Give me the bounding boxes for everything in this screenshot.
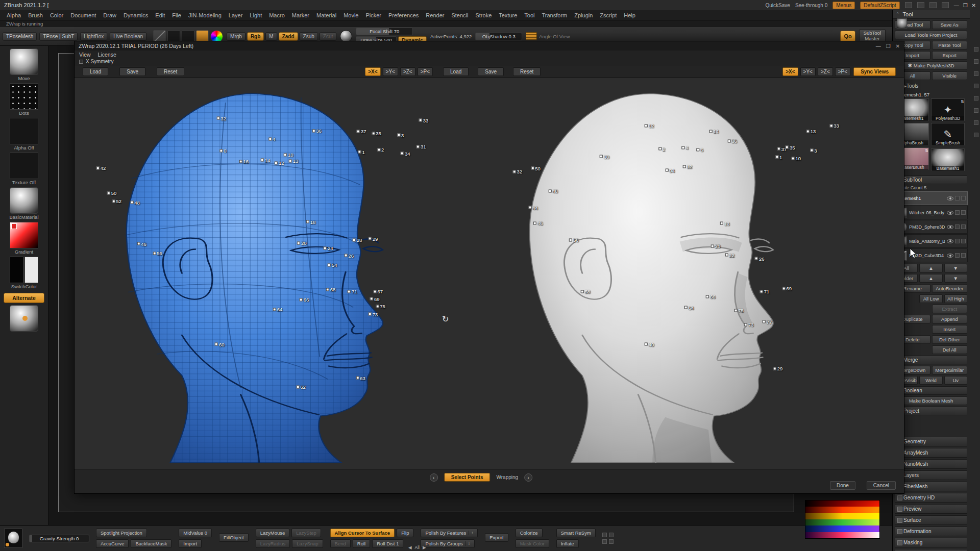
landmark-target-69[interactable]: 69 [782,286,792,291]
menu-movie[interactable]: Movie [340,11,362,19]
export-button[interactable]: Export [485,533,508,542]
mode-m-button[interactable]: M [265,32,277,41]
titlebar-icon[interactable] [917,2,924,8]
visibility-eye-icon[interactable] [947,254,953,258]
paint-toggle-icon[interactable] [955,210,960,215]
sculpt-toggle-icon[interactable] [961,224,966,229]
landmark-target-30[interactable]: 30 [600,154,609,159]
all-low-button[interactable]: All Low [919,294,942,303]
dock-icon[interactable] [974,71,978,76]
flip-button[interactable]: Flip [397,529,413,537]
menus-toggle-button[interactable]: Menus [832,2,855,9]
menu-tool[interactable]: Tool [521,11,538,19]
paint-toggle-icon[interactable] [955,196,960,201]
landmark-source-26[interactable]: 26 [345,253,354,258]
stepper-arrows-icon[interactable]: ↕ [469,531,473,535]
landmark-source-50[interactable]: 50 [107,190,117,196]
mode-zsub-button[interactable]: Zsub [300,32,318,41]
close-icon[interactable]: ✕ [972,3,976,8]
menu-help[interactable]: Help [620,11,639,19]
x-symmetry-toggle[interactable]: X Symmetry [75,58,904,65]
menu-dynamics[interactable]: Dynamics [120,11,152,19]
axis-z-button[interactable]: >Z< [400,67,415,76]
append-button[interactable]: Append [932,315,968,323]
gradient-band[interactable] [805,513,879,519]
roll-dist-1-button[interactable]: Roll Dist 1 [372,539,403,548]
landmark-target-12[interactable]: 12 [683,164,693,169]
angle-of-view-widget[interactable]: Angle Of View [526,32,570,40]
section-geometry-hd[interactable]: Geometry HD [895,493,967,503]
menu-stencil[interactable]: Stencil [448,11,472,19]
dock-icon[interactable] [974,120,978,125]
landmark-source-62[interactable]: 62 [296,384,306,390]
menu-jin-modeling[interactable]: JIN-Modeling [185,11,225,19]
landmark-target-20[interactable]: 20 [711,243,721,249]
zwrap-close-icon[interactable]: ✕ [896,43,900,49]
subtool-witcher-06-body[interactable]: Witcher-06_Body [895,206,968,219]
landmark-target-32[interactable]: 32 [512,169,522,174]
landmark-target-35[interactable]: 35 [786,144,795,150]
section-deformation[interactable]: Deformation [895,527,967,536]
landmark-source-4[interactable]: 4 [268,136,275,142]
basicmaterial-thumbnail[interactable] [10,187,38,214]
landmark-target-50[interactable]: 50 [531,165,541,171]
landmark-target-2[interactable]: 2 [658,146,665,152]
brush-preview-thumbnail[interactable] [4,529,22,548]
landmark-target-1[interactable]: 1 [775,154,782,160]
subtool-pm3d-cube3d4[interactable]: PM3D_Cube3D4 [895,248,968,262]
zwrap-titlebar[interactable]: ZWrap 2020.12.1 TRIAL PERIOD (26 Days Le… [75,41,904,51]
spotlight-projection-button[interactable]: Spotlight Projection [96,529,147,537]
lazysnap-button[interactable]: LazySnap [292,539,323,548]
mask-color-button[interactable]: Mask Color [516,539,549,548]
live-boolean-button[interactable]: Live Boolean [110,32,146,41]
uv-button[interactable]: Uv [944,376,967,385]
landmark-source-31[interactable]: 31 [416,144,426,149]
landmark-target-40[interactable]: 40 [645,341,654,347]
landmark-source-67[interactable]: 67 [373,289,383,294]
landmark-target-22[interactable]: 22 [725,252,734,258]
landmark-target-13[interactable]: 13 [806,129,816,134]
stepper-icon[interactable] [609,533,614,537]
subtool-basemesh1[interactable]: Basemesh1 [895,191,968,205]
landmark-target-48[interactable]: 48 [548,188,558,194]
landmark-target-13[interactable]: 13 [720,220,730,226]
paint-toggle-icon[interactable] [955,224,960,229]
midvalue-0-button[interactable]: MidValue 0 [179,529,212,537]
prev-step-button[interactable]: ‹ [430,473,438,482]
landmark-source-36[interactable]: 36 [312,128,322,134]
sync-views-button[interactable]: Sync Views [853,67,896,76]
landmark-source-68[interactable]: 68 [326,287,336,292]
import-button[interactable]: Import [179,539,202,548]
landmark-source-73[interactable]: 73 [369,311,378,317]
menu-transform[interactable]: Transform [538,11,571,19]
landmark-source-2[interactable]: 2 [377,147,384,153]
titlebar-icon[interactable] [929,2,937,8]
tool-thumb-basemesh1[interactable]: Basemesh1 [931,148,965,171]
mergesimilar-button[interactable]: MergeSimilar [932,366,968,374]
landmark-source-42[interactable]: 42 [96,165,106,171]
menu-stroke[interactable]: Stroke [472,11,495,19]
merge-section-header[interactable]: Merge [895,356,967,364]
spectrum-gradient-palette[interactable] [805,500,880,539]
focal-shift-slider[interactable]: Focal Shift 70 [356,28,413,35]
landmark-source-54[interactable]: 54 [328,262,337,268]
landmark-source-16[interactable]: 16 [239,159,249,164]
mode-mrgb-button[interactable]: Mrgb [227,32,246,41]
landmark-source-35[interactable]: 35 [372,131,381,136]
make-polymesh3d-button[interactable]: ✱ Make PolyMesh3D [895,61,967,70]
dock-icon[interactable] [974,84,978,88]
scroll-right-icon[interactable]: ▶ [423,545,426,550]
zwrap-minimize-icon[interactable]: — [876,43,881,49]
stepper-icon[interactable] [609,539,614,544]
landmark-source-13[interactable]: 13 [289,158,299,164]
tool-palette-header[interactable]: ⌃ Tool [893,10,970,19]
landmark-source-33[interactable]: 33 [419,117,429,123]
inflate-button[interactable]: Inflate [556,539,579,548]
texture-off-thumbnail[interactable] [10,153,38,179]
bend-button[interactable]: Bend [330,539,351,548]
landmark-source-56[interactable]: 56 [153,251,162,256]
mode-zadd-button[interactable]: Zadd [279,32,298,41]
del-all-button[interactable]: Del All [932,345,968,354]
landmark-source-10[interactable]: 10 [284,152,293,158]
zwrap-menu-license[interactable]: License [98,52,116,58]
